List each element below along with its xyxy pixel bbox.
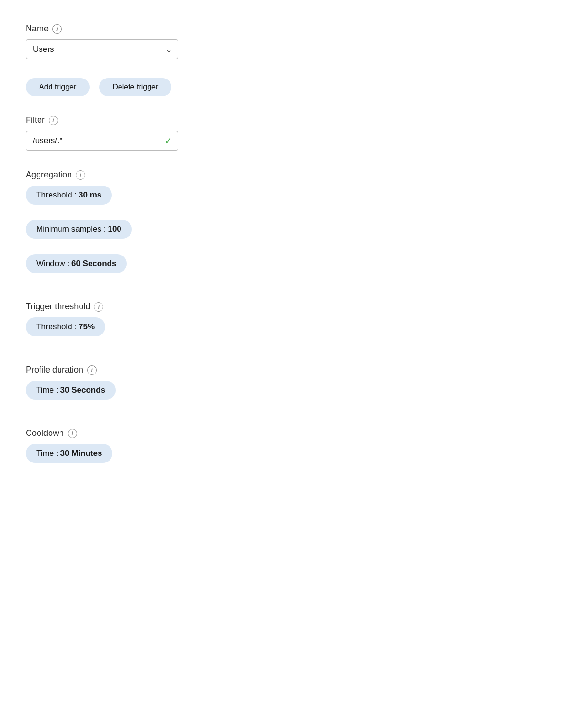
- name-label-text: Name: [26, 24, 49, 34]
- cooldown-label-text: Cooldown: [26, 428, 64, 438]
- profile-duration-section: Profile duration i Time : 30 Seconds: [26, 365, 544, 409]
- profile-duration-badge[interactable]: Time : 30 Seconds: [26, 381, 116, 400]
- profile-duration-label: Profile duration i: [26, 365, 544, 375]
- add-trigger-button[interactable]: Add trigger: [26, 78, 90, 96]
- filter-info-icon: i: [49, 116, 58, 125]
- aggregation-info-icon: i: [76, 170, 85, 180]
- trigger-threshold-badge-container: Threshold : 75%: [26, 317, 544, 346]
- filter-label-text: Filter: [26, 115, 45, 125]
- cooldown-time-value: 30 Minutes: [60, 449, 102, 458]
- threshold-label: Threshold :: [36, 190, 77, 200]
- aggregation-label-text: Aggregation: [26, 170, 72, 180]
- trigger-threshold-value: 75%: [79, 322, 95, 332]
- threshold-badge[interactable]: Threshold : 30 ms: [26, 186, 112, 205]
- filter-input[interactable]: [26, 131, 178, 151]
- filter-label: Filter i: [26, 115, 544, 125]
- window-badge[interactable]: Window : 60 Seconds: [26, 254, 127, 273]
- min-samples-badge-container: Minimum samples : 100: [26, 220, 544, 248]
- cooldown-info-icon: i: [68, 429, 77, 438]
- name-info-icon: i: [52, 24, 62, 34]
- trigger-threshold-label2: Threshold :: [36, 322, 77, 332]
- name-select[interactable]: Users Groups Roles: [26, 39, 178, 59]
- trigger-threshold-badge[interactable]: Threshold : 75%: [26, 317, 105, 336]
- delete-trigger-button[interactable]: Delete trigger: [99, 78, 171, 96]
- aggregation-section: Aggregation i Threshold : 30 ms Minimum …: [26, 170, 544, 283]
- min-samples-value: 100: [108, 225, 121, 234]
- cooldown-label: Cooldown i: [26, 428, 544, 438]
- threshold-value: 30 ms: [79, 190, 101, 200]
- window-label: Window :: [36, 259, 70, 268]
- name-label: Name i: [26, 24, 544, 34]
- trigger-buttons-row: Add trigger Delete trigger: [26, 78, 544, 96]
- profile-duration-info-icon: i: [87, 365, 97, 375]
- cooldown-section: Cooldown i Time : 30 Minutes: [26, 428, 544, 472]
- profile-duration-time-value: 30 Seconds: [60, 385, 106, 395]
- threshold-badge-container: Threshold : 30 ms: [26, 186, 544, 214]
- aggregation-label: Aggregation i: [26, 170, 544, 180]
- window-value: 60 Seconds: [71, 259, 117, 268]
- window-badge-container: Window : 60 Seconds: [26, 254, 544, 283]
- cooldown-badge[interactable]: Time : 30 Minutes: [26, 444, 112, 463]
- profile-duration-time-label: Time :: [36, 385, 59, 395]
- filter-section: Filter i ✓: [26, 115, 544, 151]
- trigger-threshold-section: Trigger threshold i Threshold : 75%: [26, 302, 544, 346]
- min-samples-badge[interactable]: Minimum samples : 100: [26, 220, 132, 239]
- trigger-threshold-info-icon: i: [94, 302, 103, 312]
- trigger-threshold-label-text: Trigger threshold: [26, 302, 90, 312]
- min-samples-label: Minimum samples :: [36, 225, 106, 234]
- cooldown-time-label: Time :: [36, 449, 59, 458]
- cooldown-badge-container: Time : 30 Minutes: [26, 444, 544, 472]
- profile-duration-badge-container: Time : 30 Seconds: [26, 381, 544, 409]
- trigger-threshold-label: Trigger threshold i: [26, 302, 544, 312]
- name-section: Name i Users Groups Roles ⌄: [26, 24, 544, 59]
- filter-input-wrapper: ✓: [26, 131, 178, 151]
- name-select-wrapper: Users Groups Roles ⌄: [26, 39, 178, 59]
- profile-duration-label-text: Profile duration: [26, 365, 83, 375]
